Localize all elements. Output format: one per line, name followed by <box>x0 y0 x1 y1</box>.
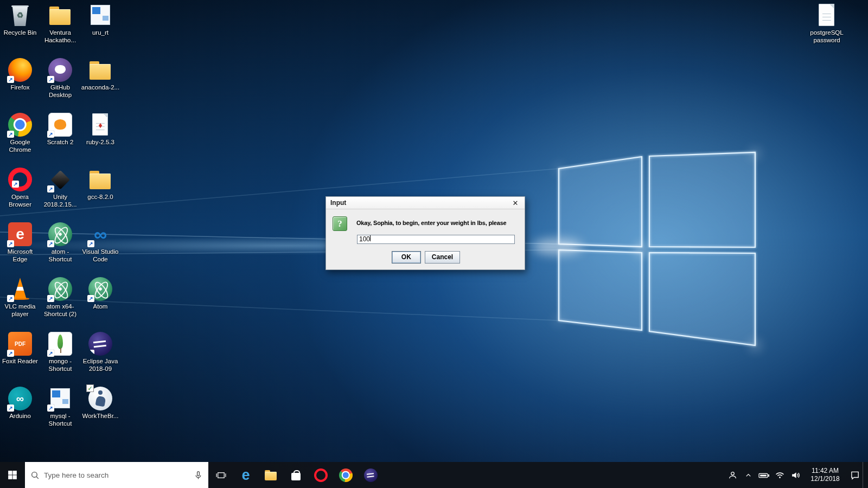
desktop-icon-foxit-reader[interactable]: PDF↗Foxit Reader <box>0 332 40 365</box>
shortcut-arrow-badge: ↗ <box>47 350 54 357</box>
dialog-titlebar[interactable]: Input ✕ <box>326 197 525 209</box>
desktop-icon-atom-x64-shortcut[interactable]: ↗atom x64-Shortcut (2) <box>40 277 80 318</box>
search-icon <box>30 471 40 480</box>
shortcut-arrow-badge: ↗ <box>87 240 94 247</box>
desktop-icon-ruby[interactable]: ♦ruby-2.5.3 <box>80 113 120 146</box>
desktop-icon-arduino[interactable]: ∞↗Arduino <box>0 387 40 420</box>
shortcut-arrow-badge: ↗ <box>7 131 14 138</box>
edge-icon: e <box>239 468 253 482</box>
desktop-icon-workthebrain[interactable]: ✓WorkTheBr... <box>80 387 120 420</box>
foxit-reader-icon: PDF↗ <box>8 332 32 356</box>
desktop-icon-mongo-shortcut[interactable]: ↗mongo - Shortcut <box>40 332 80 373</box>
opera-browser-icon: ↗ <box>8 168 32 191</box>
gcc-icon <box>88 168 112 191</box>
desktop-icon-eclipse-java[interactable]: ↗Eclipse Java 2018-09 <box>80 332 120 373</box>
shortcut-arrow-badge: ↗ <box>47 240 54 247</box>
shortcut-arrow-badge: ↗ <box>47 185 54 192</box>
taskbar-app-chrome[interactable] <box>333 462 358 488</box>
icon-glyph: e <box>16 226 24 243</box>
clock-time: 11:42 AM <box>803 467 847 475</box>
uru-rt-icon <box>88 3 112 27</box>
gcc-label: gcc-8.2.0 <box>80 193 120 201</box>
network-icon[interactable] <box>772 462 788 488</box>
store-icon <box>289 468 303 482</box>
taskbar-app-store[interactable] <box>283 462 308 488</box>
desktop-icon-google-chrome[interactable]: ↗Google Chrome <box>0 113 40 153</box>
taskbar-app-eclipse[interactable] <box>358 462 383 488</box>
anaconda-icon <box>88 58 112 82</box>
action-center-button[interactable] <box>847 462 863 488</box>
foxit-reader-label: Foxit Reader <box>0 357 40 365</box>
chevron-up-icon[interactable] <box>741 462 756 488</box>
taskbar: e 11:42 AM 12/1/2018 <box>0 462 868 488</box>
firefox-label: Firefox <box>0 84 40 91</box>
task-view-button[interactable] <box>208 462 233 488</box>
desktop-icon-visual-studio-code[interactable]: ∞↗Visual Studio Code <box>80 222 120 263</box>
taskbar-app-edge[interactable]: e <box>233 462 258 488</box>
desktop-icon-microsoft-edge[interactable]: e↗Microsoft Edge <box>0 222 40 263</box>
github-desktop-label: GitHub Desktop <box>40 84 80 99</box>
people-icon[interactable] <box>725 462 741 488</box>
desktop-icon-firefox[interactable]: ↗Firefox <box>0 58 40 91</box>
desktop-icon-uru-rt[interactable]: uru_rt <box>80 3 120 36</box>
desktop-icon-opera-browser[interactable]: ↗Opera Browser <box>0 168 40 208</box>
eclipse-icon <box>364 468 378 482</box>
checkmark-badge: ✓ <box>86 384 94 392</box>
icon-glyph: ∞ <box>94 224 107 245</box>
task-view-icon <box>215 471 227 480</box>
shortcut-arrow-badge: ↗ <box>47 76 54 83</box>
eclipse-java-icon: ↗ <box>88 332 112 356</box>
desktop-icon-gcc[interactable]: gcc-8.2.0 <box>80 168 120 201</box>
desktop-icon-recycle-bin[interactable]: ♻Recycle Bin <box>0 3 40 36</box>
ventura-hackathon-label: Ventura Hackatho... <box>40 29 80 44</box>
desktop-icon-postgresql-password[interactable]: postgreSQL password <box>807 3 847 44</box>
desktop-icon-unity[interactable]: ↗Unity 2018.2.15... <box>40 168 80 208</box>
desktop-icon-atom[interactable]: ↗Atom <box>80 277 120 310</box>
shortcut-arrow-badge: ↗ <box>47 404 54 412</box>
dialog-input-wrap <box>357 234 515 244</box>
postgresql-password-label: postgreSQL password <box>807 29 847 44</box>
ruby-icon: ♦ <box>88 113 112 137</box>
volume-icon[interactable] <box>788 462 803 488</box>
desktop-icon-mysql-shortcut[interactable]: ↗mysql - Shortcut <box>40 387 80 427</box>
start-button[interactable] <box>0 462 25 488</box>
show-desktop-strip[interactable] <box>863 462 866 488</box>
desktop-icon-scratch-2[interactable]: ↗Scratch 2 <box>40 113 80 146</box>
close-icon[interactable]: ✕ <box>509 197 522 208</box>
shortcut-arrow-badge: ↗ <box>7 295 14 302</box>
mongo-shortcut-label: mongo - Shortcut <box>40 357 80 373</box>
desktop-icon-github-desktop[interactable]: ↗GitHub Desktop <box>40 58 80 99</box>
mysql-shortcut-icon: ↗ <box>48 387 72 410</box>
taskbar-search[interactable] <box>25 462 208 488</box>
desktop-icon-vlc-media-player[interactable]: ↗VLC media player <box>0 277 40 318</box>
mysql-shortcut-label: mysql - Shortcut <box>40 412 80 427</box>
desktop-icon-atom-shortcut[interactable]: ↗atom - Shortcut <box>40 222 80 263</box>
shortcut-arrow-badge: ↗ <box>7 404 14 412</box>
battery-icon[interactable] <box>756 462 772 488</box>
desktop-icon-ventura-hackathon[interactable]: Ventura Hackatho... <box>40 3 80 44</box>
search-input[interactable] <box>44 471 194 479</box>
cancel-button[interactable]: Cancel <box>425 251 460 264</box>
desktop-icon-anaconda[interactable]: anaconda-2... <box>80 58 120 91</box>
unity-icon: ↗ <box>48 168 72 191</box>
icon-glyph: PDF <box>15 341 25 347</box>
anaconda-label: anaconda-2... <box>80 84 120 91</box>
clock-date: 12/1/2018 <box>803 475 847 483</box>
ok-button[interactable]: OK <box>392 251 421 264</box>
taskbar-app-file-explorer[interactable] <box>258 462 283 488</box>
visual-studio-code-label: Visual Studio Code <box>80 248 120 263</box>
weight-input[interactable] <box>357 235 515 244</box>
input-dialog: Input ✕ ? Okay, Sophia, to begin, enter … <box>326 196 525 270</box>
question-icon: ? <box>333 216 347 231</box>
arduino-label: Arduino <box>0 412 40 420</box>
microsoft-edge-label: Microsoft Edge <box>0 248 40 263</box>
icon-glyph: ∞ <box>16 393 24 405</box>
microphone-icon[interactable] <box>194 471 203 480</box>
taskbar-clock[interactable]: 11:42 AM 12/1/2018 <box>803 467 847 483</box>
vlc-media-player-label: VLC media player <box>0 303 40 318</box>
taskbar-app-opera[interactable] <box>308 462 333 488</box>
taskbar-apps: e <box>233 462 383 488</box>
google-chrome-label: Google Chrome <box>0 138 40 153</box>
scratch-2-icon: ↗ <box>48 113 72 137</box>
vlc-media-player-icon: ↗ <box>8 277 32 301</box>
